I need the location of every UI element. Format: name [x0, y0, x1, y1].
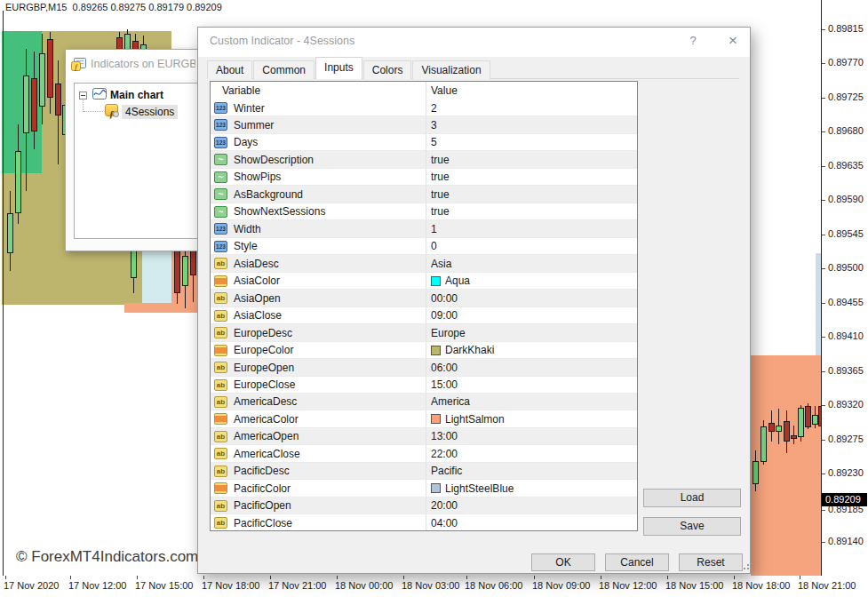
tab-visualization[interactable]: Visualization: [412, 60, 490, 79]
table-row[interactable]: abAsiaOpen00:00: [211, 290, 637, 306]
table-row[interactable]: 123Width1: [211, 220, 637, 237]
variable-value[interactable]: 3: [431, 119, 437, 131]
price-axis[interactable]: 0.898150.897700.897250.896800.896350.895…: [822, 0, 868, 576]
table-row[interactable]: abAmericaOpen13:00: [211, 428, 637, 445]
table-row[interactable]: PacificColorLightSteelBlue: [211, 480, 637, 497]
close-icon[interactable]: ×: [724, 32, 742, 50]
variable-name: ShowNextSessions: [234, 205, 325, 218]
custom-indicator-dialog[interactable]: Custom Indicator - 4Sessions ? × AboutCo…: [197, 27, 751, 574]
variable-value[interactable]: 06:00: [431, 362, 458, 374]
variable-value[interactable]: LightSteelBlue: [431, 482, 514, 495]
table-row[interactable]: ~AsBackgroundtrue: [211, 186, 637, 203]
variable-value[interactable]: 09:00: [431, 309, 458, 322]
tree-collapse-icon[interactable]: [79, 92, 87, 100]
price-tick: [822, 63, 825, 64]
table-row[interactable]: abPacificClose04:00: [211, 514, 637, 531]
candle-body: [768, 423, 775, 432]
time-tick: [137, 576, 138, 579]
indicators-tree-listbox[interactable]: Main chart ƒ 4Sessions: [74, 83, 198, 239]
table-row[interactable]: ~ShowPipstrue: [211, 169, 637, 186]
price-label: 0.89815: [828, 23, 864, 36]
save-button[interactable]: Save: [643, 517, 741, 536]
ok-button[interactable]: OK: [531, 553, 595, 571]
table-row[interactable]: abAsiaClose09:00: [211, 307, 637, 324]
variable-value[interactable]: 2: [431, 102, 437, 115]
indicators-window-titlebar[interactable]: f Indicators on EURGBP,M: [66, 50, 197, 79]
dialog-titlebar[interactable]: Custom Indicator - 4Sessions ? ×: [198, 28, 750, 57]
time-label: 17 Nov 21:00: [268, 580, 326, 591]
variable-value[interactable]: Aqua: [431, 275, 470, 287]
price-tick: [822, 29, 825, 30]
indicators-window[interactable]: f Indicators on EURGBP,M Main chart ƒ 4S…: [65, 49, 198, 251]
tree-item-4sessions[interactable]: 4Sessions: [122, 105, 178, 119]
candle-body: [791, 435, 797, 439]
table-row[interactable]: abPacificOpen20:00: [211, 498, 637, 514]
variable-value[interactable]: America: [431, 395, 470, 408]
variable-value[interactable]: 5: [431, 136, 437, 148]
variable-name: Summer: [234, 119, 274, 131]
table-row[interactable]: 123Days5: [211, 134, 637, 151]
int-icon: 123: [214, 223, 227, 235]
variable-value[interactable]: Europe: [431, 327, 466, 339]
variable-name: EuropeColor: [234, 344, 293, 356]
table-row[interactable]: abEuropeDescEurope: [211, 324, 637, 341]
table-row[interactable]: ~ShowDescriptiontrue: [211, 151, 637, 168]
time-label: 17 Nov 12:00: [68, 580, 126, 591]
variable-value[interactable]: 00:00: [431, 292, 458, 305]
table-row[interactable]: abEuropeClose15:00: [211, 377, 637, 394]
variable-value[interactable]: Pacific: [431, 465, 462, 477]
variable-value[interactable]: 04:00: [431, 517, 458, 529]
candle-body: [31, 78, 37, 131]
table-row[interactable]: abAmericaClose22:00: [211, 445, 637, 462]
table-row[interactable]: abPacificDescPacific: [211, 463, 637, 480]
table-row[interactable]: ~ShowNextSessionstrue: [211, 203, 637, 220]
variable-value[interactable]: 20:00: [431, 499, 458, 512]
variable-value[interactable]: 13:00: [431, 430, 458, 442]
time-tick: [800, 576, 800, 579]
variable-name: ShowPips: [234, 171, 281, 183]
table-row[interactable]: 123Summer3: [211, 116, 637, 133]
variable-value[interactable]: 22:00: [431, 448, 458, 460]
tab-inputs[interactable]: Inputs: [315, 57, 362, 79]
variable-value[interactable]: 0: [431, 240, 437, 252]
color-swatch: [431, 346, 441, 355]
table-header: Variable Value: [211, 82, 637, 100]
table-row[interactable]: 123Winter2: [211, 100, 637, 116]
variable-value[interactable]: LightSalmon: [431, 413, 505, 426]
table-row[interactable]: 123Style0: [211, 238, 637, 255]
text-icon: ab: [214, 431, 227, 442]
resize-grip[interactable]: [740, 561, 749, 569]
time-axis[interactable]: 17 Nov 202017 Nov 12:0017 Nov 15:0017 No…: [0, 576, 868, 597]
variable-value[interactable]: DarkKhaki: [431, 344, 494, 356]
color-icon: [214, 275, 227, 287]
cancel-button[interactable]: Cancel: [605, 553, 669, 571]
tab-colors[interactable]: Colors: [363, 60, 412, 79]
tab-about[interactable]: About: [207, 60, 252, 79]
variable-name: EuropeDesc: [234, 327, 292, 339]
table-row[interactable]: abEuropeOpen06:00: [211, 359, 637, 376]
table-row[interactable]: EuropeColorDarkKhaki: [211, 342, 637, 359]
table-row[interactable]: AsiaColorAqua: [211, 273, 637, 290]
price-tick: [822, 474, 825, 474]
variable-name: Width: [234, 223, 261, 235]
variable-value[interactable]: Asia: [431, 258, 451, 270]
tab-common[interactable]: Common: [253, 60, 315, 79]
table-row[interactable]: abAsiaDescAsia: [211, 255, 637, 272]
variable-value[interactable]: true: [431, 171, 450, 183]
load-button[interactable]: Load: [643, 489, 741, 507]
variable-value[interactable]: 1: [431, 223, 437, 235]
variable-name: PacificColor: [234, 482, 291, 495]
variable-name: ShowDescription: [234, 154, 314, 166]
tree-item-main-chart[interactable]: Main chart: [110, 89, 163, 101]
variable-value[interactable]: true: [431, 188, 450, 201]
table-row[interactable]: AmericaColorLightSalmon: [211, 410, 637, 427]
reset-button[interactable]: Reset: [679, 553, 743, 571]
table-row[interactable]: abAmericaDescAmerica: [211, 394, 637, 410]
int-icon: 123: [214, 241, 227, 252]
variable-value[interactable]: true: [431, 205, 450, 218]
help-button[interactable]: ?: [685, 34, 701, 47]
candle-body: [812, 415, 818, 425]
variable-value[interactable]: 15:00: [431, 378, 458, 391]
price-tick: [822, 200, 825, 201]
variable-value[interactable]: true: [431, 154, 450, 166]
